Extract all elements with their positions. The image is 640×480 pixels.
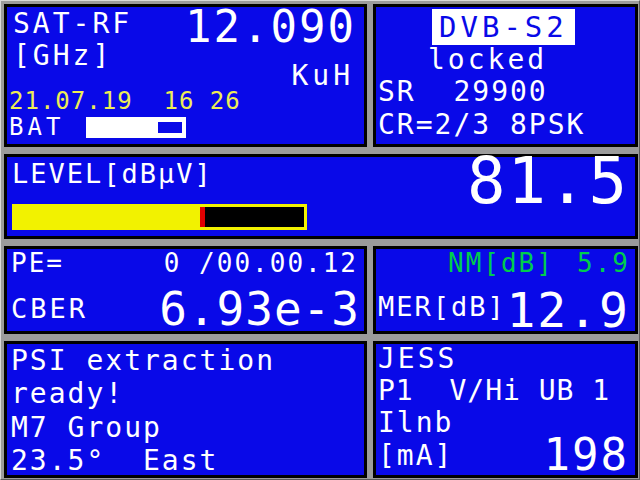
psi-ready-line: ready! [11,379,124,409]
panel-lnb: JESS P1 V/Hi UB 1 Ilnb [mA] 198 [373,341,638,478]
level-bargraph-remainder [200,207,304,227]
battery-gauge [86,117,186,138]
level-label: LEVEL[dBµV] [12,159,213,188]
panel-psi-info: PSI extraction ready! M7 Group 23.5° Eas… [4,341,367,478]
battery-label: BAT [9,115,64,141]
panel-demodulator: DVB-S2 locked SR 29900 CR=2/3 8PSK [373,4,638,147]
battery-level-marker [158,122,182,133]
panel-packet-errors: PE= 0 /00.00.12 CBER 6.93e-3 [4,246,367,334]
noise-margin-value: 5.9 [577,249,630,277]
pe-value: 0 /00.00.12 [164,249,358,277]
mer-label: MER[dB] [378,292,506,321]
pe-label: PE= [11,249,64,277]
sat-rf-label: SAT-RF [13,9,132,39]
frequency-value: 12.090 [185,3,356,51]
provider-name: M7 Group [11,413,162,443]
cber-label: CBER [11,294,88,323]
lnb-current-value: 198 [544,431,629,479]
band-indicator: KuH [291,61,354,91]
lock-status: locked [428,45,547,75]
psi-status-line: PSI extraction [11,346,275,376]
lnb-protocol: JESS [378,344,457,374]
lnb-current-label: Ilnb [378,408,453,438]
sat-rf-unit-label: [GHz] [13,41,112,71]
datetime-display: 21.07.19 16 26 [9,89,241,115]
code-rate-value: CR=2/3 8PSK [378,110,585,140]
level-value: 81.5 [467,147,629,216]
lnb-current-unit: [mA] [378,441,453,471]
lnb-config: P1 V/Hi UB 1 [378,376,610,406]
panel-sat-rf: SAT-RF [GHz] 12.090 KuH 21.07.19 16 26 B… [4,4,367,147]
cber-value: 6.93e-3 [159,285,360,335]
panel-signal-quality: NM[dB] 5.9 MER[dB] 12.9 [373,246,638,334]
mer-value: 12.9 [506,285,630,337]
panel-level: LEVEL[dBµV] 81.5 [4,154,638,239]
symbol-rate-value: SR 29900 [378,77,548,107]
meter-screen: SAT-RF [GHz] 12.090 KuH 21.07.19 16 26 B… [0,0,640,480]
noise-margin-label: NM[dB] [448,249,554,277]
level-bargraph [12,204,307,230]
orbital-position: 23.5° East [11,446,218,476]
standard-badge: DVB-S2 [432,9,575,45]
